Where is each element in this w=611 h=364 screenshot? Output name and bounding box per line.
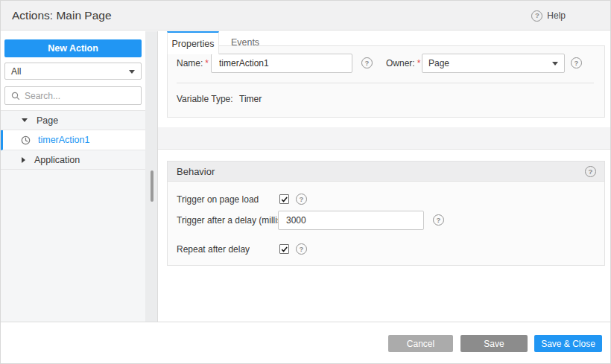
dialog-footer: Cancel Save Save & Close [1, 322, 611, 364]
trigger-after-delay-help-icon[interactable] [433, 214, 444, 226]
repeat-after-delay-checkbox[interactable] [279, 244, 289, 254]
caret-down-icon [22, 118, 28, 122]
tree-item-timeraction1[interactable]: timerAction1 [1, 130, 145, 150]
tree-item-label: Application [34, 155, 80, 165]
clock-icon [21, 135, 31, 145]
name-label: Name:* [177, 54, 209, 73]
search-input[interactable] [25, 91, 135, 101]
tree-item-label: Page [37, 115, 58, 126]
behavior-row: Trigger on page load [168, 189, 604, 210]
repeat-after-delay-label: Repeat after delay [177, 239, 250, 260]
trigger-after-delay-label: Trigger after a delay (millisec... [177, 208, 278, 233]
tab-properties[interactable]: Properties [167, 31, 219, 54]
owner-select-value: Page [428, 58, 449, 68]
new-action-button[interactable]: New Action [4, 39, 142, 57]
name-help-icon[interactable] [361, 57, 373, 68]
dialog-header: Actions: Main Page Help [1, 1, 611, 31]
tree-item-page[interactable]: Page [1, 111, 145, 130]
panel-divider [177, 83, 594, 83]
delay-milliseconds-input[interactable] [278, 211, 424, 230]
chevron-down-icon [552, 62, 558, 66]
required-marker: * [417, 58, 421, 68]
actions-sidebar: New Action All Page timerAction1 [1, 31, 145, 322]
behavior-section-header: Behavior [168, 162, 604, 182]
help-label: Help [547, 10, 566, 21]
owner-select[interactable]: Page [422, 54, 565, 73]
owner-label: Owner:* [386, 54, 420, 73]
filter-dropdown[interactable]: All [4, 63, 142, 80]
required-marker: * [205, 58, 209, 68]
variable-type-value: Timer [239, 89, 262, 109]
tab-bar [158, 127, 611, 150]
actions-dialog: Actions: Main Page Help New Action All P… [0, 0, 611, 364]
search-box [4, 86, 142, 105]
search-icon [11, 92, 20, 100]
variable-type-label: Variable Type: [177, 89, 233, 109]
check-icon [280, 195, 288, 204]
help-link[interactable]: Help [531, 1, 566, 31]
page-title: Actions: Main Page [12, 1, 112, 31]
help-icon [531, 10, 542, 22]
owner-help-icon[interactable] [571, 57, 582, 68]
behavior-section: Behavior Trigger on page load Trigger af… [167, 161, 605, 266]
actions-tree: Page timerAction1 Application [1, 110, 145, 322]
chevron-down-icon [129, 70, 135, 74]
tree-item-application[interactable]: Application [1, 150, 145, 170]
filter-dropdown-value: All [11, 66, 21, 77]
tab-events[interactable]: Events [219, 31, 271, 54]
trigger-on-page-load-help-icon[interactable] [296, 194, 307, 205]
main-content: Name:* Owner:* Page Variable Type: Timer… [157, 31, 611, 322]
cancel-button[interactable]: Cancel [388, 335, 453, 352]
caret-right-icon [22, 157, 25, 163]
save-and-close-button[interactable]: Save & Close [534, 335, 602, 352]
behavior-row: Repeat after delay [168, 239, 604, 260]
tree-item-label: timerAction1 [38, 135, 89, 145]
behavior-help-icon[interactable] [585, 166, 596, 177]
behavior-title: Behavior [177, 166, 215, 177]
check-icon [280, 245, 288, 254]
save-button[interactable]: Save [460, 335, 528, 352]
action-info-panel: Name:* Owner:* Page Variable Type: Timer [167, 45, 605, 118]
repeat-after-delay-help-icon[interactable] [296, 243, 307, 255]
trigger-on-page-load-checkbox[interactable] [279, 194, 289, 204]
name-input[interactable] [211, 54, 352, 73]
sidebar-scrollbar-thumb[interactable] [151, 170, 153, 202]
behavior-row: Trigger after a delay (millisec... [168, 208, 604, 233]
trigger-on-page-load-label: Trigger on page load [177, 189, 259, 210]
